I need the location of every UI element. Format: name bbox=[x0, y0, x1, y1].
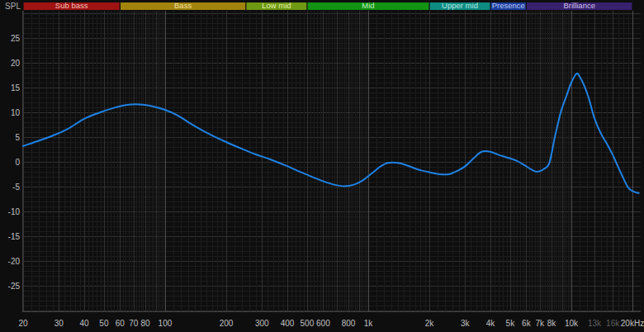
x-tick-label: 400 bbox=[281, 319, 295, 328]
x-tick-label: 4k bbox=[486, 319, 496, 328]
x-tick-label: 3k bbox=[461, 319, 471, 328]
x-tick-label: 50 bbox=[99, 319, 109, 328]
y-tick-label: 0 bbox=[15, 158, 20, 167]
frequency-response-chart: Sub bassBassLow midMidUpper midPresenceB… bbox=[0, 0, 644, 332]
x-tick-label: 40 bbox=[79, 319, 89, 328]
y-tick-label: -20 bbox=[8, 257, 21, 266]
x-tick-label: 60 bbox=[116, 319, 125, 328]
x-tick-label: 80 bbox=[141, 319, 151, 328]
y-tick-label: 5 bbox=[15, 133, 20, 142]
y-tick-label: 25 bbox=[11, 34, 21, 43]
band-label: Brilliance bbox=[563, 1, 595, 10]
y-tick-label: -15 bbox=[8, 232, 21, 241]
x-tick-label: 5k bbox=[506, 319, 516, 328]
x-tick-label: 100 bbox=[159, 319, 173, 328]
x-tick-label: 16k bbox=[606, 319, 620, 328]
band-label: Bass bbox=[174, 1, 192, 10]
band-label: Sub bass bbox=[55, 1, 88, 10]
x-tick-label: 800 bbox=[342, 319, 356, 328]
y-tick-label: -25 bbox=[8, 282, 21, 291]
frequency-response-curve bbox=[23, 74, 639, 193]
frequency-response-panel: Sub bassBassLow midMidUpper midPresenceB… bbox=[0, 0, 644, 332]
y-tick-label: 10 bbox=[11, 108, 21, 117]
x-tick-labels: 203040506070801002003004005006008001k2k3… bbox=[18, 319, 644, 328]
x-tick-label: 500 bbox=[301, 319, 315, 328]
frequency-bands: Sub bassBassLow midMidUpper midPresenceB… bbox=[24, 1, 632, 10]
x-tick-label: 70 bbox=[129, 319, 139, 328]
x-tick-label: 8k bbox=[547, 319, 557, 328]
y-tick-label: -10 bbox=[8, 207, 21, 216]
x-tick-label: 200 bbox=[220, 319, 234, 328]
x-tick-label: 13k bbox=[588, 319, 602, 328]
spl-axis-label: SPL bbox=[5, 2, 21, 11]
y-tick-label: -5 bbox=[12, 183, 20, 192]
band-label: Low mid bbox=[262, 1, 291, 10]
band-label: Upper mid bbox=[442, 1, 478, 10]
band-label: Mid bbox=[362, 1, 374, 10]
x-tick-label: 30 bbox=[54, 319, 64, 328]
y-tick-label: 20 bbox=[11, 59, 21, 68]
x-tick-label: 20 bbox=[18, 319, 28, 328]
x-tick-label: 6k bbox=[522, 319, 532, 328]
y-tick-labels: 2520151050-5-10-15-20-25 bbox=[8, 34, 21, 291]
x-tick-label: 7k bbox=[536, 319, 546, 328]
x-tick-label: 10k bbox=[565, 319, 579, 328]
y-tick-label: 15 bbox=[11, 83, 21, 92]
x-tick-label: 20kHz bbox=[621, 319, 644, 328]
band-label: Presence bbox=[492, 1, 525, 10]
x-tick-label: 2k bbox=[425, 319, 435, 328]
x-tick-label: 300 bbox=[255, 319, 269, 328]
x-tick-label: 600 bbox=[316, 319, 330, 328]
x-tick-label: 1k bbox=[364, 319, 374, 328]
